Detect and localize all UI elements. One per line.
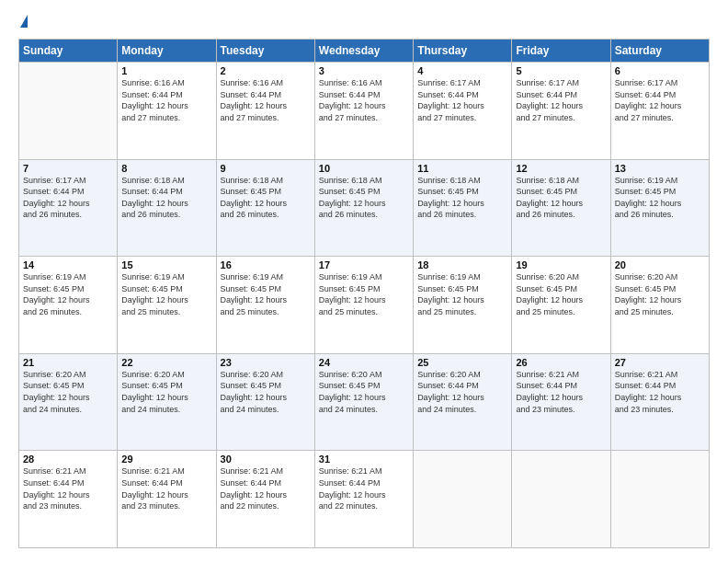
day-number: 25 (417, 357, 507, 368)
calendar-table: SundayMondayTuesdayWednesdayThursdayFrid… (18, 39, 710, 548)
calendar-day-cell: 20 Sunrise: 6:20 AMSunset: 6:45 PMDaylig… (610, 257, 709, 354)
calendar-day-cell: 19 Sunrise: 6:20 AMSunset: 6:45 PMDaylig… (512, 257, 610, 354)
day-number: 6 (615, 65, 705, 76)
day-info: Sunrise: 6:21 AMSunset: 6:44 PMDaylight:… (23, 465, 113, 511)
day-number: 26 (516, 357, 606, 368)
day-number: 21 (23, 357, 113, 368)
day-info: Sunrise: 6:20 AMSunset: 6:44 PMDaylight:… (417, 369, 507, 415)
day-number: 23 (221, 357, 311, 368)
day-info: Sunrise: 6:20 AMSunset: 6:45 PMDaylight:… (121, 369, 211, 415)
calendar-day-cell: 5 Sunrise: 6:17 AMSunset: 6:44 PMDayligh… (512, 63, 610, 160)
day-info: Sunrise: 6:18 AMSunset: 6:45 PMDaylight:… (319, 175, 409, 221)
calendar-day-cell: 29 Sunrise: 6:21 AMSunset: 6:44 PMDaylig… (118, 451, 216, 548)
day-info: Sunrise: 6:20 AMSunset: 6:45 PMDaylight:… (23, 369, 113, 415)
day-info: Sunrise: 6:19 AMSunset: 6:45 PMDaylight:… (319, 271, 409, 317)
day-number: 27 (615, 357, 705, 368)
day-info: Sunrise: 6:21 AMSunset: 6:44 PMDaylight:… (121, 465, 211, 511)
day-number: 24 (319, 357, 409, 368)
weekday-header: Sunday (19, 40, 118, 63)
weekday-header: Tuesday (216, 40, 314, 63)
day-info: Sunrise: 6:17 AMSunset: 6:44 PMDaylight:… (417, 77, 507, 123)
calendar-day-cell: 9 Sunrise: 6:18 AMSunset: 6:45 PMDayligh… (216, 159, 314, 257)
calendar-day-cell: 16 Sunrise: 6:19 AMSunset: 6:45 PMDaylig… (216, 257, 314, 354)
day-info: Sunrise: 6:18 AMSunset: 6:45 PMDaylight:… (417, 175, 507, 221)
calendar-week-row: 14 Sunrise: 6:19 AMSunset: 6:45 PMDaylig… (19, 257, 710, 354)
day-number: 31 (319, 454, 409, 465)
calendar-day-cell: 12 Sunrise: 6:18 AMSunset: 6:45 PMDaylig… (512, 159, 610, 257)
calendar-day-cell: 8 Sunrise: 6:18 AMSunset: 6:44 PMDayligh… (118, 159, 216, 257)
calendar-day-cell (610, 451, 709, 548)
calendar-week-row: 1 Sunrise: 6:16 AMSunset: 6:44 PMDayligh… (19, 63, 710, 160)
day-number: 28 (23, 454, 113, 465)
day-info: Sunrise: 6:20 AMSunset: 6:45 PMDaylight:… (319, 369, 409, 415)
day-number: 2 (221, 65, 311, 76)
calendar-day-cell: 7 Sunrise: 6:17 AMSunset: 6:44 PMDayligh… (19, 159, 118, 257)
header (18, 15, 710, 29)
calendar-day-cell (512, 451, 610, 548)
calendar-day-cell: 23 Sunrise: 6:20 AMSunset: 6:45 PMDaylig… (216, 353, 314, 451)
day-number: 20 (615, 259, 705, 270)
day-number: 17 (319, 259, 409, 270)
day-info: Sunrise: 6:16 AMSunset: 6:44 PMDaylight:… (121, 77, 211, 123)
day-number: 16 (221, 259, 311, 270)
day-number: 8 (121, 163, 211, 174)
day-info: Sunrise: 6:16 AMSunset: 6:44 PMDaylight:… (221, 77, 311, 123)
day-info: Sunrise: 6:20 AMSunset: 6:45 PMDaylight:… (516, 271, 606, 317)
day-info: Sunrise: 6:17 AMSunset: 6:44 PMDaylight:… (516, 77, 606, 123)
day-number: 29 (121, 454, 211, 465)
day-number: 7 (23, 163, 113, 174)
day-info: Sunrise: 6:21 AMSunset: 6:44 PMDaylight:… (221, 465, 311, 511)
day-number: 10 (319, 163, 409, 174)
day-number: 1 (121, 65, 211, 76)
calendar-day-cell: 27 Sunrise: 6:21 AMSunset: 6:44 PMDaylig… (610, 353, 709, 451)
calendar-header-row: SundayMondayTuesdayWednesdayThursdayFrid… (19, 40, 710, 63)
weekday-header: Thursday (414, 40, 512, 63)
day-info: Sunrise: 6:18 AMSunset: 6:45 PMDaylight:… (516, 175, 606, 221)
day-number: 15 (121, 259, 211, 270)
day-info: Sunrise: 6:16 AMSunset: 6:44 PMDaylight:… (319, 77, 409, 123)
calendar-day-cell: 2 Sunrise: 6:16 AMSunset: 6:44 PMDayligh… (216, 63, 314, 160)
calendar-day-cell: 22 Sunrise: 6:20 AMSunset: 6:45 PMDaylig… (118, 353, 216, 451)
day-info: Sunrise: 6:17 AMSunset: 6:44 PMDaylight:… (23, 175, 113, 221)
day-number: 22 (121, 357, 211, 368)
day-info: Sunrise: 6:19 AMSunset: 6:45 PMDaylight:… (417, 271, 507, 317)
day-number: 30 (221, 454, 311, 465)
weekday-header: Saturday (610, 40, 709, 63)
day-info: Sunrise: 6:21 AMSunset: 6:44 PMDaylight:… (615, 369, 705, 415)
day-info: Sunrise: 6:17 AMSunset: 6:44 PMDaylight:… (615, 77, 705, 123)
page: SundayMondayTuesdayWednesdayThursdayFrid… (0, 0, 728, 563)
day-number: 4 (417, 65, 507, 76)
weekday-header: Friday (512, 40, 610, 63)
calendar-day-cell: 31 Sunrise: 6:21 AMSunset: 6:44 PMDaylig… (314, 451, 413, 548)
calendar-day-cell (19, 63, 118, 160)
day-info: Sunrise: 6:19 AMSunset: 6:45 PMDaylight:… (121, 271, 211, 317)
calendar-day-cell: 6 Sunrise: 6:17 AMSunset: 6:44 PMDayligh… (610, 63, 709, 160)
logo (18, 15, 28, 29)
day-info: Sunrise: 6:20 AMSunset: 6:45 PMDaylight:… (615, 271, 705, 317)
calendar-day-cell: 24 Sunrise: 6:20 AMSunset: 6:45 PMDaylig… (314, 353, 413, 451)
day-number: 5 (516, 65, 606, 76)
calendar-day-cell: 14 Sunrise: 6:19 AMSunset: 6:45 PMDaylig… (19, 257, 118, 354)
calendar-week-row: 28 Sunrise: 6:21 AMSunset: 6:44 PMDaylig… (19, 451, 710, 548)
day-info: Sunrise: 6:20 AMSunset: 6:45 PMDaylight:… (221, 369, 311, 415)
calendar-day-cell: 28 Sunrise: 6:21 AMSunset: 6:44 PMDaylig… (19, 451, 118, 548)
calendar-day-cell: 15 Sunrise: 6:19 AMSunset: 6:45 PMDaylig… (118, 257, 216, 354)
calendar-day-cell: 18 Sunrise: 6:19 AMSunset: 6:45 PMDaylig… (414, 257, 512, 354)
calendar-day-cell: 17 Sunrise: 6:19 AMSunset: 6:45 PMDaylig… (314, 257, 413, 354)
calendar-day-cell: 10 Sunrise: 6:18 AMSunset: 6:45 PMDaylig… (314, 159, 413, 257)
calendar-week-row: 7 Sunrise: 6:17 AMSunset: 6:44 PMDayligh… (19, 159, 710, 257)
weekday-header: Monday (118, 40, 216, 63)
day-info: Sunrise: 6:21 AMSunset: 6:44 PMDaylight:… (319, 465, 409, 511)
calendar-day-cell (414, 451, 512, 548)
day-info: Sunrise: 6:21 AMSunset: 6:44 PMDaylight:… (516, 369, 606, 415)
calendar-day-cell: 1 Sunrise: 6:16 AMSunset: 6:44 PMDayligh… (118, 63, 216, 160)
calendar-day-cell: 25 Sunrise: 6:20 AMSunset: 6:44 PMDaylig… (414, 353, 512, 451)
logo-triangle-icon (20, 15, 28, 28)
calendar-day-cell: 4 Sunrise: 6:17 AMSunset: 6:44 PMDayligh… (414, 63, 512, 160)
day-number: 12 (516, 163, 606, 174)
day-number: 13 (615, 163, 705, 174)
day-info: Sunrise: 6:18 AMSunset: 6:44 PMDaylight:… (121, 175, 211, 221)
calendar-day-cell: 21 Sunrise: 6:20 AMSunset: 6:45 PMDaylig… (19, 353, 118, 451)
weekday-header: Wednesday (314, 40, 413, 63)
day-info: Sunrise: 6:19 AMSunset: 6:45 PMDaylight:… (615, 175, 705, 221)
